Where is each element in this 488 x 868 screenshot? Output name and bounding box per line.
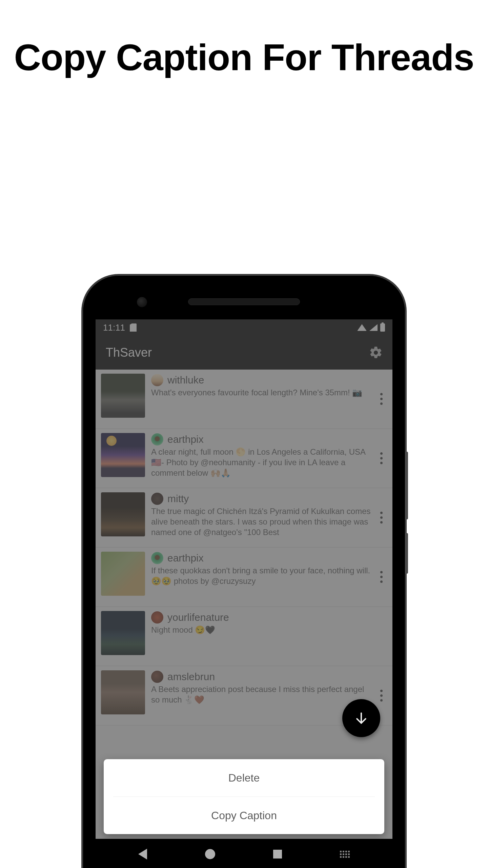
screen: 11:11 ThSaver: [96, 319, 392, 868]
battery-icon: [380, 323, 385, 332]
username: earthpix: [167, 552, 204, 564]
avatar: [151, 611, 163, 624]
phone-frame: 11:11 ThSaver: [81, 274, 407, 868]
more-vertical-icon[interactable]: [376, 509, 386, 526]
post-thumbnail: [101, 552, 145, 596]
username: yourlifenature: [167, 612, 229, 623]
wifi-icon: [357, 324, 367, 331]
signal-icon: [369, 324, 378, 331]
username: withluke: [167, 374, 204, 386]
username: earthpix: [167, 434, 204, 445]
username: amslebrun: [167, 671, 215, 683]
list-item[interactable]: withluke What's everyones favourite foca…: [96, 370, 392, 429]
post-thumbnail: [101, 611, 145, 655]
app-bar: ThSaver: [96, 336, 392, 370]
more-vertical-icon[interactable]: [376, 687, 386, 704]
more-vertical-icon[interactable]: [376, 569, 386, 586]
action-sheet: Delete Copy Caption: [104, 759, 384, 834]
phone-camera-dot: [137, 297, 147, 307]
post-caption: Night mood 😏🖤: [151, 625, 373, 635]
nav-keyboard-icon[interactable]: [340, 851, 350, 858]
post-thumbnail: [101, 374, 145, 418]
username: mitty: [167, 493, 189, 505]
list-item[interactable]: earthpix If these quokkas don't bring a …: [96, 548, 392, 607]
download-fab[interactable]: [342, 699, 380, 737]
post-caption: If these quokkas don't bring a smile to …: [151, 565, 373, 586]
promo-headline: Copy Caption For Threads: [0, 0, 488, 81]
phone-side-button: [405, 452, 408, 519]
avatar: [151, 493, 163, 505]
arrow-down-icon: [354, 711, 369, 726]
nav-back-icon[interactable]: [138, 849, 147, 860]
avatar: [151, 433, 163, 446]
post-caption: A Beets appreciation post because I miss…: [151, 684, 373, 705]
post-thumbnail: [101, 492, 145, 536]
post-thumbnail: [101, 433, 145, 477]
post-caption: What's everyones favourite focal length?…: [151, 387, 373, 398]
android-nav-bar: [96, 839, 392, 868]
post-caption: The true magic of Chichén Itzá's Pyramid…: [151, 506, 373, 538]
list-item[interactable]: mitty The true magic of Chichén Itzá's P…: [96, 488, 392, 548]
avatar: [151, 552, 163, 564]
sd-card-icon: [130, 323, 137, 332]
phone-speaker: [188, 298, 300, 305]
more-vertical-icon[interactable]: [376, 391, 386, 408]
nav-home-icon[interactable]: [205, 849, 215, 859]
phone-side-button: [405, 533, 408, 574]
post-thumbnail: [101, 670, 145, 714]
copy-caption-action[interactable]: Copy Caption: [104, 797, 384, 834]
post-caption: A clear night, full moon 🌕 in Los Angele…: [151, 447, 373, 478]
avatar: [151, 671, 163, 683]
list-item[interactable]: yourlifenature Night mood 😏🖤: [96, 607, 392, 666]
avatar: [151, 374, 163, 386]
status-time: 11:11: [103, 322, 125, 333]
delete-action[interactable]: Delete: [104, 759, 384, 796]
app-title: ThSaver: [106, 346, 152, 360]
gear-icon[interactable]: [369, 346, 383, 360]
list-item[interactable]: earthpix A clear night, full moon 🌕 in L…: [96, 429, 392, 488]
nav-recent-icon[interactable]: [273, 850, 282, 859]
status-bar: 11:11: [96, 319, 392, 336]
more-vertical-icon[interactable]: [376, 450, 386, 467]
